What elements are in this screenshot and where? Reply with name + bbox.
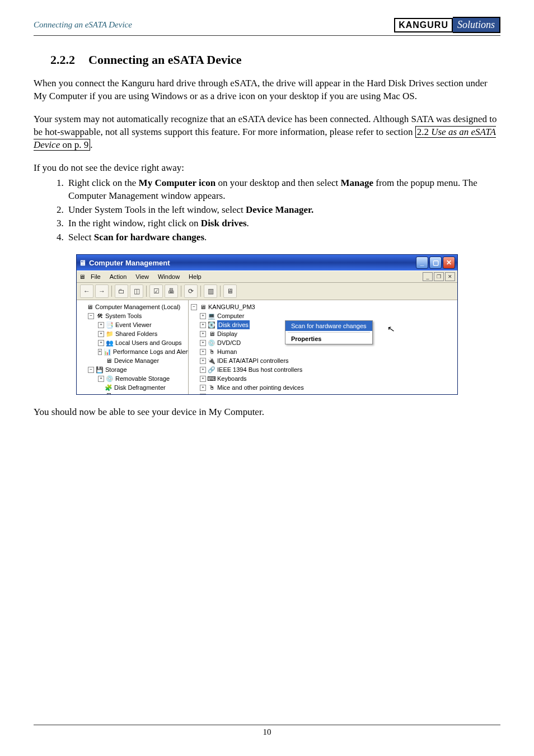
toolbar-separator [220,286,221,297]
tree-item-label: Device Manager [114,356,159,365]
tree-item-label: Monitors [217,392,241,394]
window-title: Computer Management [89,259,170,267]
tree-item-icon: 💽 [208,321,216,329]
step-4: Select Scan for hardware changes. [66,231,500,244]
context-properties[interactable]: Properties [285,334,372,344]
app-icon: 🖥 [79,259,86,267]
tree-item-label: Disk Management [114,392,164,394]
left-tree-item[interactable]: +📑Event Viewer [78,320,187,329]
left-tree-item[interactable]: 🖥Computer Management (Local) [78,302,187,311]
expander-icon[interactable]: + [200,331,206,337]
expander-icon [98,358,103,363]
screenshot-figure: 🖥 Computer Management _ ▢ ✕ 🖥 File Actio… [34,254,500,395]
print-button[interactable]: 🖶 [165,284,178,298]
expander-icon[interactable]: + [200,376,206,382]
left-tree-item[interactable]: +📁Shared Folders [78,329,187,338]
tree-item-icon: 📑 [106,321,114,329]
context-menu: Scan for hardware changes Properties [285,320,373,344]
left-tree-pane[interactable]: 🖥Computer Management (Local)−🛠System Too… [77,300,189,394]
expander-icon[interactable]: + [200,367,206,373]
right-tree-item[interactable]: +🖱Mice and other pointing devices [190,383,456,392]
tree-item-icon: 📁 [106,330,114,338]
tree-item-icon: 🖥 [105,357,113,365]
expander-icon[interactable]: + [200,313,206,319]
tree-item-icon: 💾 [96,366,104,374]
back-button[interactable]: ← [80,284,93,298]
forward-button[interactable]: → [95,284,109,298]
tree-item-label: Display [217,329,237,338]
tree-item-label: IEEE 1394 Bus host controllers [217,365,302,374]
expander-icon[interactable]: + [98,340,104,346]
maximize-button[interactable]: ▢ [429,256,442,269]
menu-view[interactable]: View [132,272,152,281]
left-tree-item[interactable]: −🛠System Tools [78,311,187,320]
view-mode-button[interactable]: ▥ [204,284,217,298]
expander-icon[interactable]: + [98,322,104,328]
context-scan-hardware[interactable]: Scan for hardware changes [285,321,372,331]
tree-item-icon: 🧩 [105,384,113,391]
left-tree-item[interactable]: +📊Performance Logs and Alerts [78,347,187,356]
step-3: In the right window, right click on Disk… [66,217,500,230]
right-tree-item[interactable]: +🔌IDE ATA/ATAPI controllers [190,356,456,365]
menu-action[interactable]: Action [106,272,130,281]
mdi-close-button[interactable]: ✕ [445,272,455,281]
tree-item-label: Mice and other pointing devices [217,383,304,392]
close-button[interactable]: ✕ [443,256,455,269]
expander-icon[interactable]: + [98,349,102,355]
tree-item-icon: 🖥 [208,330,216,338]
paragraph-4: You should now be able to see your devic… [34,406,500,419]
properties-button[interactable]: ☑ [149,284,163,298]
logo-text-right: Solutions [453,17,500,33]
left-tree-item[interactable]: +👥Local Users and Groups [78,338,187,347]
toolbar-separator [146,286,147,297]
right-tree-item[interactable]: −🖥KANGURU_PM3 [190,302,456,311]
refresh-button[interactable]: ⟳ [184,284,198,298]
right-tree-item[interactable]: +🔗IEEE 1394 Bus host controllers [190,365,456,374]
show-hide-tree-button[interactable]: ◫ [130,284,143,298]
brand-logo: KANGURU Solutions [394,17,500,33]
tree-item-label: Removable Storage [115,374,170,383]
expander-icon[interactable]: + [200,358,206,364]
mdi-minimize-button[interactable]: _ [423,272,433,281]
menu-help[interactable]: Help [185,272,205,281]
left-tree-item[interactable]: 🧩Disk Defragmenter [78,383,187,392]
tree-item-label: Local Users and Groups [115,338,182,347]
left-tree-item[interactable]: 🗄Disk Management [78,392,187,394]
tree-item-icon: 📊 [104,348,111,356]
expander-icon[interactable]: + [200,349,206,355]
section-title-text: Connecting an eSATA Device [88,53,242,67]
expander-icon[interactable]: + [200,394,206,395]
right-tree-pane[interactable]: −🖥KANGURU_PM3+💻Computer+💽Disk drives+🖥Di… [189,300,457,394]
left-tree-item[interactable]: 🖥Device Manager [78,356,187,365]
right-tree-item[interactable]: +💻Computer [190,311,456,320]
expander-icon[interactable]: + [98,376,104,382]
expander-icon[interactable]: + [98,331,104,337]
menu-window[interactable]: Window [154,272,183,281]
mdi-restore-button[interactable]: ❐ [434,272,444,281]
right-tree-item[interactable]: +🖱Human [190,347,456,356]
tree-item-label: Computer Management (Local) [95,302,180,311]
expander-icon[interactable]: + [200,322,206,328]
mdi-icon: 🖥 [79,273,85,280]
paragraph-1: When you connect the Kanguru hard drive … [34,77,500,103]
right-tree-item[interactable]: +🖥Monitors [190,392,456,394]
tree-item-label: DVD/CD [217,338,241,347]
xref-suffix: on p. 9 [60,139,88,150]
section-number: 2.2.2 [50,53,75,67]
tree-item-icon: 🖥 [199,303,207,311]
tree-item-label: Disk Defragmenter [114,383,166,392]
expander-icon[interactable]: − [88,313,94,319]
expander-icon[interactable]: − [88,367,94,373]
scan-hardware-button[interactable]: 🖥 [223,284,237,298]
expander-icon[interactable]: − [191,304,197,310]
xref-prefix: 2.2 [417,127,432,137]
expander-icon[interactable]: + [200,340,206,346]
window-toolbar: ← → 🗀 ◫ ☑ 🖶 ⟳ ▥ 🖥 [77,283,457,300]
left-tree-item[interactable]: −💾Storage [78,365,187,374]
up-button[interactable]: 🗀 [115,284,128,298]
expander-icon[interactable]: + [200,385,206,391]
left-tree-item[interactable]: +💿Removable Storage [78,374,187,383]
minimize-button[interactable]: _ [416,256,428,269]
right-tree-item[interactable]: +⌨Keyboards [190,374,456,383]
menu-file[interactable]: File [87,272,104,281]
